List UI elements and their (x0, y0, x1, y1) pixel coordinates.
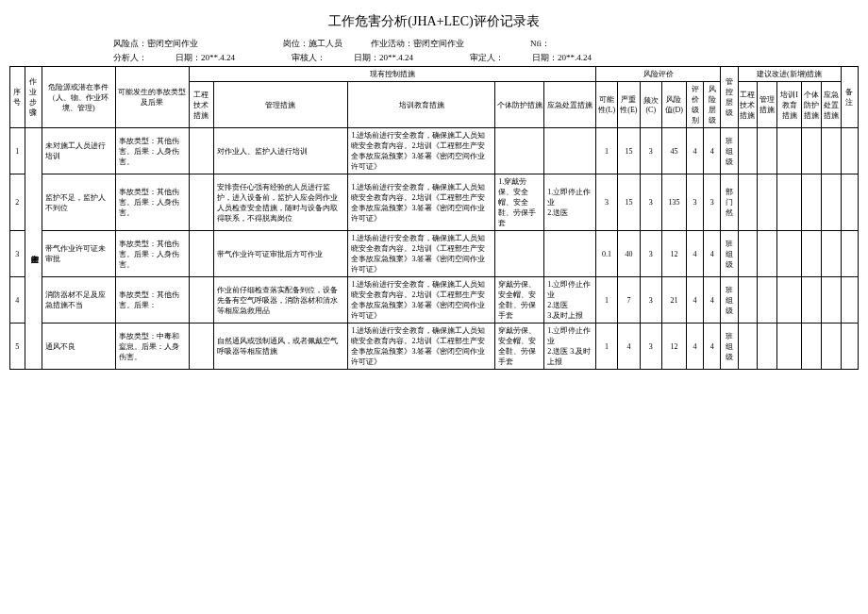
cell-L: 1 (595, 324, 617, 370)
cell-s-train (777, 324, 802, 370)
h-emer: 应急处置措施 (544, 82, 596, 128)
cell-s-mgmt (758, 174, 777, 231)
cell-D: 12 (661, 231, 686, 277)
cell-s-ppe (802, 128, 822, 174)
cell-ctrl: 班组级 (721, 324, 738, 370)
activity: 密闭空间作业 (413, 39, 464, 48)
cell-ppe: 1.穿戴劳保、安全帽、安全鞋、劳保手套 (495, 174, 544, 231)
cell-emer: 1.立即停止作业2.送医 3.及时上报 (544, 324, 596, 370)
cell-D: 21 (661, 277, 686, 324)
cell-E: 15 (618, 128, 640, 174)
h-hazard: 危险源或潜在事件（人、物、作业环境、管理) (42, 67, 115, 128)
h-s-train: 培训I教育措施 (777, 82, 802, 128)
h-level: 评价级别 (686, 82, 703, 128)
cell-C: 3 (640, 231, 661, 277)
reviewer-date: 20**.4.24 (379, 53, 413, 62)
cell-ppe: 穿戴劳保、安全帽、安全鞋、劳保手套 (495, 324, 544, 370)
cell-no: 1 (10, 128, 25, 174)
cell-s-emer (821, 324, 841, 370)
cell-s-train (777, 231, 802, 277)
cell-s-emer (821, 128, 841, 174)
cell-D: 45 (661, 128, 686, 174)
cell-s-eng (738, 231, 758, 277)
cell-no: 3 (10, 231, 25, 277)
cell-s-mgmt (758, 128, 777, 174)
cell-risk-level: 4 (704, 324, 721, 370)
cell-emer: 1.立即停止作业2.送医3.及时上报 (544, 277, 596, 324)
cell-level: 4 (686, 231, 703, 277)
h-D: 风险值(D) (661, 82, 686, 128)
cell-E: 15 (618, 174, 640, 231)
approver-date: 20**.4.24 (558, 53, 592, 62)
h-step: 作业步骤 (25, 67, 42, 128)
cell-eng (189, 324, 213, 370)
h-remark: 备注 (841, 67, 858, 128)
page-title: 工作危害分析(JHA+LEC)评价记录表 (9, 13, 859, 30)
cell-risk-level: 4 (704, 231, 721, 277)
cell-s-train (777, 128, 802, 174)
h-E: 严重性(E) (618, 82, 640, 128)
cell-L: 3 (595, 174, 617, 231)
approver-label: 审定人： (470, 53, 504, 62)
cell-train: 1.进场前进行安全教育，确保施工人员知晓安全教育内容。2.培训《工程部生产安全事… (348, 128, 495, 174)
reviewer-label: 审核人： (292, 53, 326, 62)
cell-E: 40 (618, 231, 640, 277)
analyst-date-label: 日期： (175, 53, 201, 62)
cell-remark (841, 324, 858, 370)
cell-hazard: 未对施工人员进行培训 (42, 128, 115, 174)
h-seq: 序号 (10, 67, 25, 128)
cell-s-eng (738, 324, 758, 370)
cell-accident: 事故类型：其他伤害。后果：人身伤害。 (115, 128, 189, 174)
cell-remark (841, 277, 858, 324)
cell-emer: 1.立即停止作业2.送医 (544, 174, 596, 231)
cell-mgmt: 自然通风或强制通风，或者佩戴空气呼吸器等相应措施 (213, 324, 348, 370)
cell-ctrl: 部门然 (721, 174, 738, 231)
activity-label: 作业活动： (371, 39, 413, 48)
cell-mgmt: 作业前仔细检查落实配备到位，设备先备有空气呼吸器，消防器材和清水等相应急救用品 (213, 277, 348, 324)
cell-accident: 事故类型：其他伤害。后果：人身伤害。 (115, 231, 189, 277)
meta-row-1: 风险点：密闭空间作业 岗位：施工人员 作业活动：密闭空间作业 Nfi： (9, 38, 859, 50)
cell-eng (189, 174, 213, 231)
cell-ppe (495, 231, 544, 277)
cell-accident: 事故类型：中毒和窒息。后果：人身伤害。 (115, 324, 189, 370)
reviewer-date-label: 日期： (354, 53, 379, 62)
risk-point: 密闭空间作业 (147, 39, 198, 48)
cell-L: 1 (595, 277, 617, 324)
h-risk-eval: 风险评价 (595, 67, 720, 82)
cell-hazard: 消防器材不足及应急措施不当 (42, 277, 115, 324)
cell-eng (189, 128, 213, 174)
cell-remark (841, 231, 858, 277)
meta-row-2: 分析人： 日期：20**.4.24 审核人： 日期：20**.4.24 审定人：… (9, 52, 859, 64)
table-row: 3带气作业许可证未审批事故类型：其他伤害。后果：人身伤害。带气作业许可证审批后方… (10, 231, 859, 277)
cell-step-group: 进入密闭空间 (25, 128, 42, 370)
cell-s-emer (821, 174, 841, 231)
post-label: 岗位： (283, 39, 309, 48)
cell-D: 135 (661, 174, 686, 231)
cell-eng (189, 277, 213, 324)
cell-risk-level: 4 (704, 128, 721, 174)
approver-date-label: 日期： (532, 53, 558, 62)
h-s-mgmt: 管理措施 (758, 82, 777, 128)
cell-s-mgmt (758, 277, 777, 324)
cell-remark (841, 128, 858, 174)
cell-train: 1.进场前进行安全教育，确保施工人员知晓安全教育内容。2.培训《工程部生产安全事… (348, 174, 495, 231)
cell-level: 4 (686, 128, 703, 174)
h-ppe: 个体防护措施 (495, 82, 544, 128)
h-suggest: 建议改进(新增)措施 (738, 67, 841, 82)
cell-s-train (777, 277, 802, 324)
h-C: 频次(C) (640, 82, 661, 128)
cell-E: 7 (618, 277, 640, 324)
cell-ppe (495, 128, 544, 174)
cell-C: 3 (640, 174, 661, 231)
table-row: 1进入密闭空间未对施工人员进行培训事故类型：其他伤害。后果：人身伤害。对作业人、… (10, 128, 859, 174)
cell-ppe: 穿戴劳保、安全帽、安全鞋、劳保手套 (495, 277, 544, 324)
nfi-label: Nfi： (530, 39, 550, 48)
cell-C: 3 (640, 128, 661, 174)
h-train: 培训教育措施 (348, 82, 495, 128)
cell-risk-level: 3 (704, 174, 721, 231)
post: 施工人员 (309, 39, 342, 48)
cell-D: 12 (661, 324, 686, 370)
h-s-emer: 应急处置措施 (821, 82, 841, 128)
cell-C: 3 (640, 324, 661, 370)
cell-accident: 事故类型：其他伤害。后果： (115, 277, 189, 324)
